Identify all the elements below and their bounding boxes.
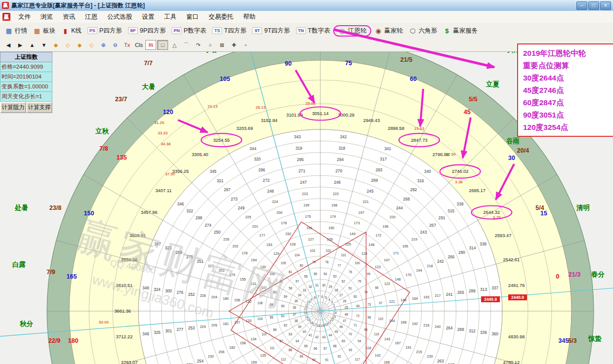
svg-text:21/5: 21/5: [400, 56, 412, 63]
svg-text:338: 338: [480, 242, 486, 246]
menu-item-0[interactable]: 文件: [13, 11, 36, 23]
svg-text:28.13: 28.13: [256, 105, 266, 110]
svg-text:62: 62: [284, 324, 288, 327]
calc-resistance-button[interactable]: 计算阻力: [0, 102, 26, 113]
annotation-line-2: 30度2644点: [523, 72, 613, 84]
svg-text:182: 182: [229, 345, 235, 350]
svg-text:230: 230: [208, 354, 214, 359]
drawtool-diamond-1[interactable]: ◆: [50, 40, 61, 50]
annotation-line-1: 重要点位测算: [523, 59, 613, 72]
svg-text:75: 75: [358, 280, 362, 283]
toolbar-p-table[interactable]: PNP数字表: [169, 25, 209, 37]
sectors-icon: ▩: [33, 27, 41, 35]
menu-item-1[interactable]: 浏览: [36, 11, 58, 23]
drawtool-calendar[interactable]: 31: [145, 40, 156, 50]
svg-text:24: 24: [333, 311, 337, 315]
svg-text:22: 22: [330, 318, 334, 322]
svg-text:2440.9: 2440.9: [484, 297, 497, 302]
svg-text:12.50: 12.50: [446, 152, 456, 157]
drawtool-zoom-out[interactable]: ⊖: [110, 40, 121, 50]
drawtool-cross-tool[interactable]: ✚: [228, 40, 239, 50]
drawtool-diamond-3[interactable]: ◆: [74, 40, 85, 50]
drawtool-text-tool[interactable]: Tx: [122, 40, 132, 50]
drawtool-nav-up[interactable]: ▲: [27, 40, 38, 50]
drawtool-zoom-in[interactable]: ⊕: [98, 40, 109, 50]
menu-item-3[interactable]: 江恩: [80, 11, 102, 23]
toolbar-winner-service[interactable]: $赢家服务: [440, 25, 481, 37]
toolbar-gann-wheel[interactable]: ◎江恩轮: [333, 25, 372, 37]
minimize-button[interactable]: ─: [576, 1, 587, 10]
drawtool-nav-right[interactable]: ▶: [15, 40, 26, 50]
svg-text:196: 196: [383, 224, 389, 229]
svg-text:316: 316: [417, 179, 424, 183]
svg-text:3203.69: 3203.69: [236, 126, 253, 131]
menu-item-9[interactable]: 帮助: [238, 11, 261, 23]
drawtool-nav-left[interactable]: ◀: [3, 40, 14, 50]
svg-text:42: 42: [315, 335, 319, 339]
toolbar-9t-square[interactable]: 9T9T四方形: [249, 25, 293, 37]
svg-text:70: 70: [349, 332, 352, 336]
svg-text:87: 87: [279, 339, 283, 343]
toolbar-quotes[interactable]: ▦行情: [2, 25, 30, 37]
svg-text:88: 88: [289, 348, 293, 352]
toolbar-kline[interactable]: ▮K线: [58, 25, 85, 37]
drawtool-arc-tool[interactable]: ⌒: [181, 40, 192, 50]
kline-label: K线: [71, 27, 82, 35]
svg-text:313: 313: [480, 287, 487, 292]
svg-text:3051.14: 3051.14: [312, 111, 329, 116]
svg-text:30: 30: [322, 283, 326, 287]
t-table-label: T数字表: [308, 27, 330, 35]
svg-text:219: 219: [411, 237, 417, 242]
svg-text:344: 344: [250, 147, 257, 151]
svg-text:128: 128: [290, 242, 296, 246]
gann-wheel-label: 江恩轮: [348, 27, 367, 35]
step-row: 周天变化步长=1: [0, 92, 52, 102]
drawtool-circle-tool[interactable]: ○: [205, 40, 216, 50]
drawtool-diamond-2[interactable]: ◇: [62, 40, 73, 50]
menu-item-5[interactable]: 设置: [137, 11, 159, 23]
svg-text:23: 23: [332, 315, 336, 319]
svg-text:124: 124: [361, 251, 367, 256]
winner-service-label: 赢家服务: [453, 27, 478, 35]
toolbar-sectors[interactable]: ▩板块: [30, 25, 58, 37]
drawtool-select-tool[interactable]: ▫: [240, 40, 251, 50]
toolbar-p-square[interactable]: PSP四方形: [85, 25, 125, 37]
svg-text:44: 44: [329, 333, 333, 337]
menu-item-8[interactable]: 交易委托: [204, 11, 238, 23]
toolbar-hexagon[interactable]: ⬡六角形: [406, 25, 440, 37]
svg-text:7/8: 7/8: [99, 145, 108, 152]
svg-text:241: 241: [446, 292, 453, 297]
t-table-icon: TN: [296, 27, 306, 34]
drawtool-triangle-tool[interactable]: △: [169, 40, 180, 50]
menu-item-6[interactable]: 工具: [159, 11, 181, 23]
close-button[interactable]: ✕: [600, 1, 611, 10]
svg-text:272: 272: [263, 178, 270, 183]
menu-item-7[interactable]: 窗口: [181, 11, 204, 23]
svg-text:337: 337: [491, 286, 498, 290]
maximize-button[interactable]: □: [588, 1, 599, 10]
svg-text:336: 336: [480, 330, 487, 335]
toolbar-winner-wheel[interactable]: ◉赢家轮: [371, 25, 406, 37]
toolbar-9p-square[interactable]: 9P9P四方形: [125, 25, 169, 37]
svg-text:95: 95: [364, 328, 368, 331]
svg-text:168: 168: [400, 320, 406, 324]
drawtool-rotate-tool[interactable]: ↷: [193, 40, 204, 50]
svg-text:99: 99: [367, 272, 371, 276]
svg-text:194: 194: [416, 268, 422, 273]
svg-text:289: 289: [469, 289, 476, 293]
svg-text:264: 264: [446, 326, 453, 330]
drawtool-boxx-tool[interactable]: ⊠: [217, 40, 227, 50]
menu-item-2[interactable]: 资讯: [58, 11, 80, 23]
svg-text:11: 11: [305, 304, 308, 307]
drawtool-nav-down[interactable]: ▼: [39, 40, 49, 50]
drawtool-rect-tool[interactable]: □: [157, 40, 168, 50]
toolbar-t-table[interactable]: TNT数字表: [293, 25, 333, 37]
svg-text:172: 172: [375, 233, 381, 238]
svg-text:79: 79: [312, 260, 316, 264]
calc-support-button[interactable]: 计算支撑: [26, 102, 52, 113]
toolbar-t-square[interactable]: TST四方形: [209, 25, 249, 37]
drawtool-diamond-4[interactable]: ◇: [86, 40, 97, 50]
menu-item-4[interactable]: 公式选股: [102, 11, 137, 23]
svg-text:343: 343: [294, 135, 301, 139]
drawtool-clear-tool[interactable]: Cls: [133, 40, 144, 50]
